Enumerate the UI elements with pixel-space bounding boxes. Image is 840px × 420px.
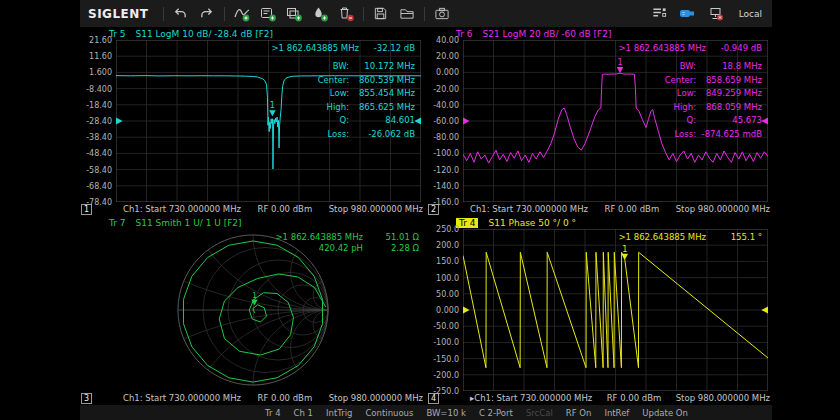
window-4-s11-phase[interactable]: Tr 4 S11 Phase 50 °/ 0 ° 250.0200.0150.0…: [427, 216, 772, 405]
rf-power-label: RF 0.00 dBm: [607, 393, 662, 403]
start-frequency-label: Ch1: Start 730.000000 MHz: [123, 393, 241, 403]
status-item-srccal[interactable]: SrcCal: [526, 408, 553, 418]
y-axis-tick-label: -160.0: [433, 198, 459, 207]
status-item-continuous[interactable]: Continuous: [365, 408, 413, 418]
y-axis-tick-label: -58.40: [86, 165, 112, 174]
save-icon[interactable]: [372, 6, 390, 22]
stat-row: Loss:-874.625 mdB: [665, 128, 762, 142]
marker-triangle[interactable]: [622, 254, 629, 260]
recall-icon[interactable]: [398, 6, 416, 22]
stop-frequency-label: Stop 980.000000 MHz: [329, 393, 423, 403]
stat-row: High:868.059 MHz: [665, 101, 762, 115]
y-axis-tick-label: -100.0: [433, 149, 459, 158]
marker-triangle[interactable]: [269, 110, 276, 116]
status-item-rf-on[interactable]: RF On: [566, 408, 592, 418]
window-3-smith-chart[interactable]: Tr 7 S11 Smith 1 U/ 1 U [F2] 1 >1 862.64…: [80, 216, 425, 405]
start-frequency-label: Ch1: Start 730.000000 MHz: [470, 204, 588, 214]
add-marker-icon[interactable]: [311, 6, 329, 22]
y-axis-labels: 40.0020.000.000-20.00-40.00-60.00-80.00-…: [427, 40, 463, 202]
y-axis-tick-label: 50.00: [436, 289, 459, 298]
window-2-s21-logm[interactable]: Tr 6 S21 LogM 20 dB/ -60 dB [F2] 40.0020…: [427, 27, 772, 216]
status-item-tr-4[interactable]: Tr 4: [265, 408, 281, 418]
brand-logo: SIGLENT: [88, 7, 149, 21]
y-axis-tick-label: -60.00: [433, 117, 459, 126]
start-frequency-label: ▸Ch1: Start 730.000000 MHz: [470, 393, 592, 403]
y-axis-tick-label: -78.40: [86, 198, 112, 207]
add-trace-icon[interactable]: [233, 6, 251, 22]
status-item-intref[interactable]: IntRef: [604, 408, 629, 418]
stat-row: BW:10.172 MHz: [318, 60, 415, 74]
window-4-footer: 4 ▸Ch1: Start 730.000000 MHz RF 0.00 dBm…: [427, 391, 772, 405]
plot-area[interactable]: 1 >1 862.643885 MHz155.1 °: [463, 229, 768, 391]
add-trace-window-icon[interactable]: [259, 6, 277, 22]
window-4-header: Tr 4 S11 Phase 50 °/ 0 °: [427, 216, 772, 229]
y-axis-tick-label: 250.0: [436, 225, 459, 234]
y-axis-tick-label: -48.40: [86, 149, 112, 158]
stat-row: BW:18.8 MHz: [665, 60, 762, 74]
reference-level-arrow: [463, 117, 470, 124]
marker-readout: >1 862.643885 MHz-0.949 dB: [619, 43, 763, 53]
y-axis-tick-label: -140.0: [433, 181, 459, 190]
y-axis-tick-label: 1.600: [89, 68, 112, 77]
marker-number: 1: [251, 291, 256, 300]
marker-readout: >1 862.643885 MHz-32.12 dB: [272, 43, 416, 53]
status-bar: Tr 4Ch 1IntTrigContinuousBW=10 kC 2-Port…: [80, 405, 772, 420]
add-channel-icon[interactable]: [285, 6, 303, 22]
y-axis-tick-label: 100.0: [436, 273, 459, 282]
undo-icon[interactable]: [172, 6, 190, 22]
y-axis-tick-label: 200.0: [436, 241, 459, 250]
rf-power-label: RF 0.00 dBm: [258, 204, 313, 214]
status-item-c-2-port[interactable]: C 2-Port: [479, 408, 513, 418]
window-number-box[interactable]: 3: [81, 393, 92, 404]
usb-icon[interactable]: [679, 6, 697, 22]
smith-plot-area[interactable]: 1 >1 862.643885 MHz51.01 Ω 420.42 pH2.28…: [80, 229, 425, 391]
trace-label-active[interactable]: Tr 4: [456, 218, 478, 228]
trace-format-label: S11 LogM 10 dB/ -28.4 dB [F2]: [135, 29, 273, 39]
status-item-update-on[interactable]: Update On: [642, 408, 688, 418]
window-1-s11-logm[interactable]: Tr 5 S11 LogM 10 dB/ -28.4 dB [F2] 21.60…: [80, 27, 425, 216]
screenshot-icon[interactable]: [433, 6, 451, 22]
y-axis-tick-label: -8.400: [86, 84, 112, 93]
y-axis-tick-label: 150.0: [436, 257, 459, 266]
stat-row: Low:849.259 MHz: [665, 87, 762, 101]
y-axis-tick-label: -38.40: [86, 133, 112, 142]
local-mode-label[interactable]: Local: [739, 9, 762, 19]
y-axis-tick-label: -200.0: [433, 370, 459, 379]
stat-row: High:865.625 MHz: [318, 101, 415, 115]
window-1-header: Tr 5 S11 LogM 10 dB/ -28.4 dB [F2]: [80, 27, 425, 40]
toolbar-separator: [424, 7, 425, 21]
lan-error-icon[interactable]: [707, 6, 725, 22]
window-2-header: Tr 6 S21 LogM 20 dB/ -60 dB [F2]: [427, 27, 772, 40]
plot-area[interactable]: 1 >1 862.643885 MHz-0.949 dB BW:18.8 MHz…: [463, 40, 768, 202]
window-1-footer: 1 Ch1: Start 730.000000 MHz RF 0.00 dBm …: [80, 202, 425, 216]
redo-icon[interactable]: [198, 6, 216, 22]
y-axis-tick-label: 40.00: [436, 36, 459, 45]
stop-frequency-label: Stop 980.000000 MHz: [676, 204, 770, 214]
y-axis-tick-label: 0.000: [436, 68, 459, 77]
window-3-header: Tr 7 S11 Smith 1 U/ 1 U [F2]: [80, 216, 425, 229]
trace-label[interactable]: Tr 7: [109, 218, 125, 228]
trace-format-label: S11 Phase 50 °/ 0 °: [488, 218, 576, 228]
bandwidth-stats: BW:10.172 MHzCenter:860.539 MHzLow:855.4…: [318, 60, 415, 141]
y-axis-tick-label: -50.00: [433, 322, 459, 331]
y-axis-tick-label: -68.40: [86, 181, 112, 190]
y-axis-tick-label: 20.00: [436, 52, 459, 61]
status-item-ch-1[interactable]: Ch 1: [294, 408, 313, 418]
plot-area[interactable]: 1 >1 862.643885 MHz-32.12 dB BW:10.172 M…: [116, 40, 421, 202]
marker-number: 1: [270, 100, 275, 110]
y-axis-tick-label: -18.40: [86, 100, 112, 109]
status-item-bw-10-k[interactable]: BW=10 k: [426, 408, 466, 418]
window-layout-icon[interactable]: [651, 6, 669, 22]
status-item-inttrig[interactable]: IntTrig: [326, 408, 352, 418]
trace-format-label: S21 LogM 20 dB/ -60 dB [F2]: [482, 29, 611, 39]
vna-screen: SIGLENT Local Tr 5 S11 LogM 10 dB/ -28.4…: [80, 0, 772, 420]
reference-level-arrow: [761, 306, 768, 313]
delete-icon[interactable]: [337, 6, 355, 22]
marker-readout: >1 862.643885 MHz51.01 Ω 420.42 pH2.28 Ω: [276, 232, 420, 253]
y-axis-tick-label: -120.0: [433, 165, 459, 174]
window-3-footer: 3 Ch1: Start 730.000000 MHz RF 0.00 dBm …: [80, 391, 425, 405]
marker-number: 1: [617, 57, 622, 67]
stat-row: Q:84.601: [318, 114, 415, 128]
y-axis-tick-label: -80.00: [433, 133, 459, 142]
rf-power-label: RF 0.00 dBm: [605, 204, 660, 214]
